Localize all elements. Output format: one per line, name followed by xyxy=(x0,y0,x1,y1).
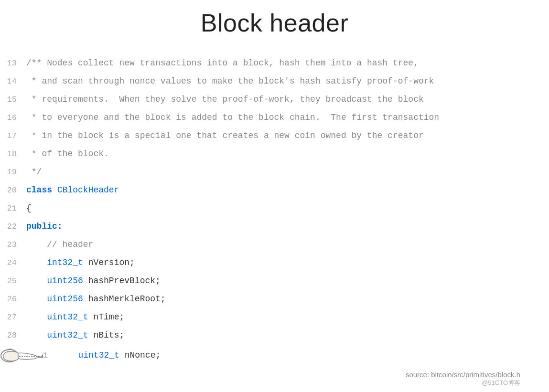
svg-marker-3 xyxy=(42,354,43,358)
code-line-20: 20 class CBlockHeader xyxy=(0,183,549,201)
code-line-last: 1 uint32_t nNonce; xyxy=(0,347,549,365)
code-line-23: 23 // header xyxy=(0,238,549,256)
code-content: public: xyxy=(26,220,549,234)
code-content: { xyxy=(26,201,549,216)
line-number: 17 xyxy=(0,129,26,143)
code-content: * of the block. xyxy=(26,147,549,161)
code-content: uint32_t nBits; xyxy=(26,328,549,343)
line-number: 16 xyxy=(0,111,26,125)
code-line-21: 21 { xyxy=(0,201,549,220)
line-number: 28 xyxy=(0,329,26,342)
code-content: uint32_t nNonce; xyxy=(57,349,549,363)
line-number: 23 xyxy=(0,238,26,252)
code-line-14: 14 * and scan through nonce values to ma… xyxy=(0,74,549,93)
line-number: 15 xyxy=(0,93,26,106)
code-line-22: 22 public: xyxy=(0,220,549,238)
line-number: 13 xyxy=(0,57,26,70)
code-block: 13 /** Nodes collect new transactions in… xyxy=(0,52,549,365)
line-number: 21 xyxy=(0,202,26,215)
code-content: * and scan through nonce values to make … xyxy=(26,74,549,89)
code-content: /** Nodes collect new transactions into … xyxy=(26,56,549,71)
source-note: source: bitcoin/src/primitives/block.h xyxy=(406,371,520,379)
line-number: 19 xyxy=(0,166,26,179)
code-content: * to everyone and the block is added to … xyxy=(26,111,549,125)
code-content: * requirements. When they solve the proo… xyxy=(26,93,549,107)
code-line-26: 26 uint256 hashMerkleRoot; xyxy=(0,292,549,310)
line-number: 20 xyxy=(0,184,26,197)
code-content: * in the block is a special one that cre… xyxy=(26,129,549,143)
code-line-16: 16 * to everyone and the block is added … xyxy=(0,111,549,129)
code-content: uint32_t nTime; xyxy=(26,310,549,325)
line-number: 18 xyxy=(0,148,26,161)
line-number: 14 xyxy=(0,75,26,88)
line-number: 22 xyxy=(0,220,26,233)
page-title: Block header xyxy=(0,0,549,52)
code-content: uint256 hashMerkleRoot; xyxy=(26,292,549,307)
code-line-28: 28 uint32_t nBits; xyxy=(0,328,549,347)
watermark: @51CTO博客 xyxy=(482,379,520,387)
code-content: class CBlockHeader xyxy=(26,183,549,198)
code-line-27: 27 uint32_t nTime; xyxy=(0,310,549,328)
code-line-25: 25 uint256 hashPrevBlock; xyxy=(0,274,549,292)
line-number: 27 xyxy=(0,311,26,324)
code-line-15: 15 * requirements. When they solve the p… xyxy=(0,93,549,111)
line-number: 25 xyxy=(0,275,26,288)
line-number: 24 xyxy=(0,256,26,270)
code-content: // header xyxy=(26,238,549,252)
code-line-19: 19 */ xyxy=(0,165,549,183)
code-content: */ xyxy=(26,165,549,180)
code-line-17: 17 * in the block is a special one that … xyxy=(0,129,549,147)
code-line-13: 13 /** Nodes collect new transactions in… xyxy=(0,56,549,74)
code-line-24: 24 int32_t nVersion; xyxy=(0,256,549,274)
line-number: 26 xyxy=(0,293,26,306)
code-line-18: 18 * of the block. xyxy=(0,147,549,165)
code-content: int32_t nVersion; xyxy=(26,256,549,270)
code-content: uint256 hashPrevBlock; xyxy=(26,274,549,288)
pointing-hand-icon xyxy=(0,344,43,368)
